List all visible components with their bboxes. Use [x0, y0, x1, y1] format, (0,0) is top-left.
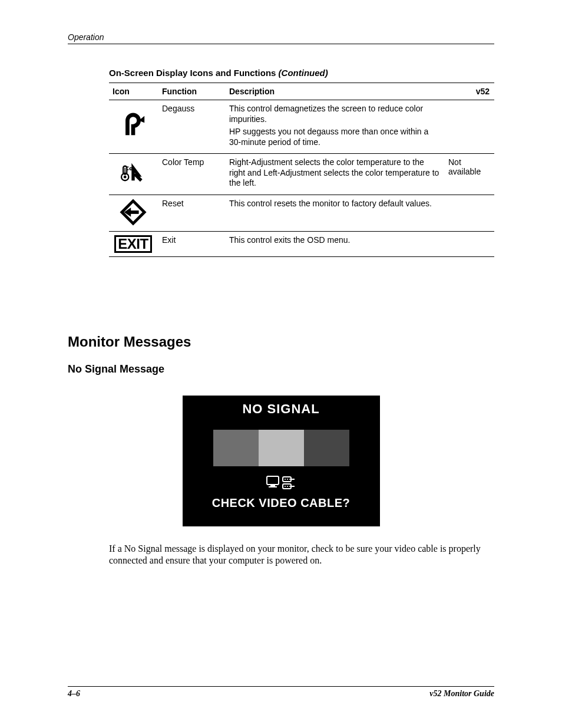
no-signal-figure: NO SIGNAL — [183, 396, 380, 526]
colortemp-icon — [120, 160, 147, 187]
bar-grey-1 — [213, 430, 259, 466]
reset-icon — [120, 199, 147, 226]
degauss-icon-cell — [109, 100, 158, 154]
svg-rect-13 — [269, 486, 277, 487]
th-icon: Icon — [109, 83, 158, 100]
degauss-icon — [120, 113, 147, 140]
desc-cell: This control demagnetizes the screen to … — [226, 100, 445, 154]
header-section-label: Operation — [68, 32, 494, 42]
bar-grey-3 — [304, 430, 349, 466]
desc-cell: This control exits the OSD menu. — [226, 231, 445, 256]
th-function: Function — [158, 83, 226, 100]
section-heading-monitor-messages: Monitor Messages — [68, 334, 494, 350]
exit-icon-cell: EXIT — [109, 231, 158, 256]
exit-icon: EXIT — [114, 235, 151, 253]
table-row: EXIT Exit This control exits the OSD men… — [109, 231, 494, 256]
header-rule — [68, 44, 494, 44]
func-cell: Color Temp — [158, 154, 226, 195]
footer-page-number: 4–6 — [68, 689, 80, 699]
v52-cell — [445, 100, 494, 154]
no-signal-title: NO SIGNAL — [183, 396, 380, 421]
desc-line: This control exits the OSD menu. — [229, 235, 440, 246]
func-cell: Reset — [158, 195, 226, 231]
th-v52: v52 — [445, 83, 494, 100]
v52-cell — [445, 195, 494, 231]
svg-point-17 — [289, 479, 290, 480]
reset-icon-cell — [109, 195, 158, 231]
func-cell: Exit — [158, 231, 226, 256]
func-cell: Degauss — [158, 100, 226, 154]
svg-point-6 — [124, 176, 127, 179]
table-title-main: On-Screen Display Icons and Functions — [109, 68, 279, 78]
subheading-no-signal: No Signal Message — [68, 363, 494, 375]
table-header-row: Icon Function Description v52 — [109, 83, 494, 100]
th-description: Description — [226, 83, 445, 100]
svg-point-15 — [285, 479, 286, 480]
v52-cell — [445, 231, 494, 256]
monitor-cable-icon — [265, 475, 297, 493]
footer-rule — [68, 686, 494, 687]
page-footer: 4–6 v52 Monitor Guide — [68, 686, 494, 699]
svg-point-21 — [289, 486, 290, 487]
desc-cell: Right-Adjustment selects the color tempe… — [226, 154, 445, 195]
colortemp-icon-cell — [109, 154, 158, 195]
no-signal-bars — [183, 421, 380, 475]
v52-cell: Not available — [445, 154, 494, 195]
footer-guide-title: v52 Monitor Guide — [429, 689, 494, 699]
desc-line: Right-Adjustment selects the color tempe… — [229, 157, 440, 189]
svg-point-20 — [287, 486, 288, 487]
svg-point-19 — [285, 486, 286, 487]
svg-rect-11 — [267, 476, 279, 485]
desc-line: This control resets the monitor to facto… — [229, 199, 440, 209]
osd-table: Icon Function Description v52 Degauss — [109, 83, 494, 257]
table-row: Color Temp Right-Adjustment selects the … — [109, 154, 494, 195]
desc-line: This control demagnetizes the screen to … — [229, 104, 440, 124]
table-title: On-Screen Display Icons and Functions (C… — [109, 68, 494, 78]
desc-line: HP suggests you not degauss more than on… — [229, 127, 440, 147]
desc-cell: This control resets the monitor to facto… — [226, 195, 445, 231]
svg-point-16 — [287, 479, 288, 480]
no-signal-caption: If a No Signal message is displayed on y… — [109, 543, 494, 568]
table-row: Reset This control resets the monitor to… — [109, 195, 494, 231]
svg-rect-12 — [270, 485, 275, 486]
table-title-continued: (Continued) — [279, 68, 328, 78]
no-signal-message: CHECK VIDEO CABLE? — [183, 496, 380, 510]
bar-grey-2 — [259, 430, 304, 466]
table-row: Degauss This control demagnetizes the sc… — [109, 100, 494, 154]
